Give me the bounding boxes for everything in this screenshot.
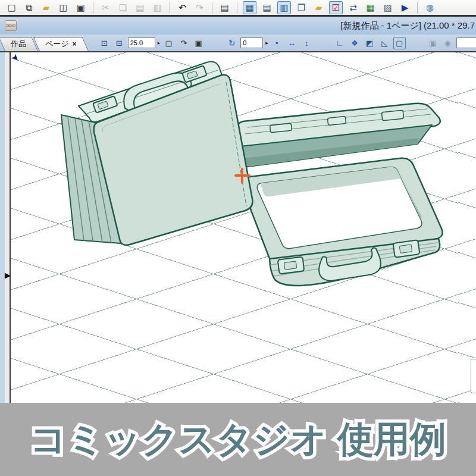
open-file-button[interactable]: ▰ [39, 1, 53, 14]
story-editor-button[interactable]: ▦ [243, 1, 256, 14]
color-settings-button[interactable]: ▦ [364, 1, 377, 14]
closed-briefcase [61, 62, 253, 245]
canvas-frame: ▶ ➤ [0, 51, 476, 403]
fit-view-button[interactable]: ⊡ [98, 37, 111, 49]
redo-button[interactable]: ↷ [193, 1, 206, 14]
save-all-button[interactable]: ▣ [74, 1, 87, 14]
transfer-window-button[interactable]: ⇄ [346, 1, 360, 14]
new-document-button[interactable]: ▢ [5, 1, 18, 14]
open-briefcase [238, 104, 443, 286]
tab-page[interactable]: ページ × [39, 37, 82, 51]
drawing-canvas[interactable]: ➤ [10, 52, 476, 403]
disabled-tool-button-2[interactable]: ◉ [441, 37, 454, 49]
rotation-angle-input[interactable] [240, 37, 263, 48]
cascade-windows-button[interactable]: ❐ [295, 1, 308, 14]
new-page-button[interactable]: ⧉ [22, 1, 36, 14]
zoom-dropdown-icon[interactable]: ▸ [158, 40, 161, 46]
comic-studio-window: ▢⧉▰◫▣✂❏▤▥↶↷▤▦▤▥❐▰☑⇄▦▨▶◍ DEMO [新規作品 - 1ペー… [0, 0, 476, 476]
run-window-button[interactable]: ▶ [398, 1, 412, 14]
thumbnail-view-button[interactable]: ⊟ [113, 37, 126, 49]
toolbar-separator [317, 37, 330, 49]
tab-story-label: 作品 [11, 39, 26, 49]
flip-horizontal-button[interactable]: ↔ [286, 37, 298, 49]
tab-page-label: ページ [45, 39, 69, 49]
ruler-corner-button[interactable]: ∟ [334, 37, 346, 49]
tab-story[interactable]: 作品 [5, 37, 31, 51]
canvas-left-ruler-strip: ▶ [5, 52, 10, 403]
main-toolbar: ▢⧉▰◫▣✂❏▤▥↶↷▤▦▤▥❐▰☑⇄▦▨▶◍ [0, 0, 476, 17]
materials-catalog-button[interactable]: ▨ [381, 1, 394, 14]
toolbar-separator [237, 2, 237, 14]
save-button[interactable]: ◫ [57, 1, 70, 14]
toolbar-separator [93, 2, 93, 14]
toolbar-separator [209, 37, 221, 49]
move-ruler-button[interactable]: ❖ [349, 37, 361, 49]
web-button[interactable]: ◍ [423, 1, 437, 14]
page-list-button[interactable]: ▤ [260, 1, 274, 14]
paste-button[interactable]: ▤ [133, 1, 147, 14]
window-left-margin [0, 52, 5, 403]
demo-app-icon: DEMO [5, 20, 17, 31]
check-options-button[interactable]: ☑ [329, 1, 343, 14]
toolbar-separator [417, 2, 418, 14]
page-turn-button[interactable]: ↷ [177, 37, 190, 49]
selection-marquee-button[interactable]: ▢ [393, 37, 406, 49]
toolbar-separator [212, 2, 212, 14]
rotate-view-button[interactable]: ↻ [226, 37, 238, 49]
page-options-button[interactable]: ▣ [192, 37, 205, 49]
copy-button[interactable]: ❏ [116, 1, 130, 14]
cut-button[interactable]: ✂ [99, 1, 112, 14]
delete-button[interactable]: ▥ [151, 1, 164, 14]
briefcase-3d-model [10, 52, 476, 350]
toolbar-separator [170, 2, 170, 14]
undo-button[interactable]: ↶ [176, 1, 189, 14]
document-title-bar: DEMO [新規作品 - 1ページ] (21.00 * 29.7 [0, 17, 476, 35]
rotation-dropdown-icon[interactable]: ▸ [265, 40, 268, 46]
snap-guide-button[interactable]: ◺ [378, 37, 391, 49]
tool-search-input[interactable] [456, 37, 476, 48]
tab-toolbar-row: 作品 ページ × ⊡⊟ ▸ ▢↷▣↻ ▸ •↔↕∟❖◩◺▢▣◉ ▸ ✎◺❒✱∿≡… [0, 35, 476, 51]
disabled-tool-button-1[interactable]: ▣ [427, 37, 439, 49]
rotate-reset-button[interactable]: • [271, 37, 283, 49]
toolbar-separator [410, 37, 422, 49]
tab-close-icon[interactable]: × [73, 40, 77, 48]
materials-folder-button[interactable]: ▰ [312, 1, 325, 14]
document-title: [新規作品 - 1ページ] (21.00 * 29.7 [340, 17, 476, 35]
layer-palette-button[interactable]: ▥ [277, 1, 291, 14]
zoom-level-input[interactable] [128, 37, 155, 48]
floating-palette-fragment[interactable] [471, 359, 476, 393]
flip-vertical-button[interactable]: ↕ [300, 37, 313, 49]
print-button[interactable]: ▤ [218, 1, 231, 14]
new-page-2-button[interactable]: ▢ [162, 37, 175, 49]
caption-banner: コミックスタジオ 使用例 コミックスタジオ 使用例 [0, 403, 476, 476]
edit-toolbar: ⊡⊟ ▸ ▢↷▣↻ ▸ •↔↕∟❖◩◺▢▣◉ ▸ ✎◺❒✱∿≡✳△ [98, 35, 476, 51]
caption-text: コミックスタジオ 使用例 コミックスタジオ 使用例 [30, 415, 446, 464]
snap-ruler-button[interactable]: ◩ [364, 37, 376, 49]
